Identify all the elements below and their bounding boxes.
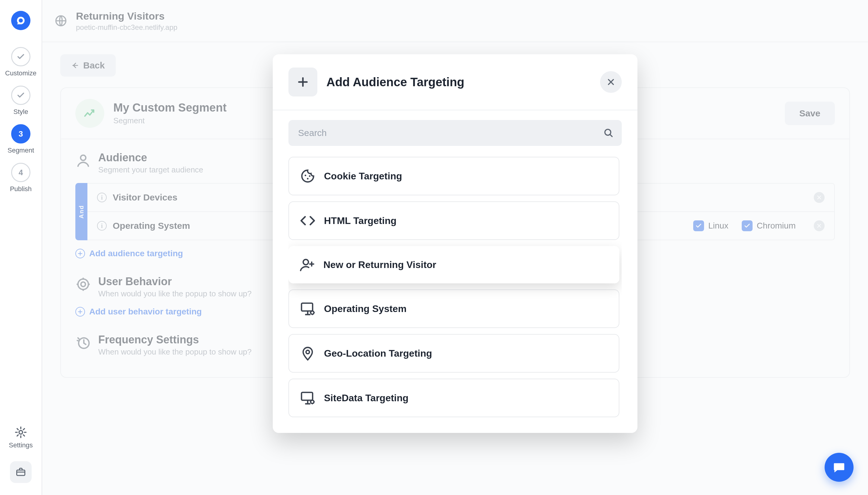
step-label: Style [14, 108, 28, 116]
targeting-option-os[interactable]: Operating System [289, 289, 619, 328]
settings-button[interactable]: Settings [9, 426, 33, 449]
briefcase-icon [15, 467, 26, 478]
modal-search [289, 120, 622, 146]
step-number: 3 [19, 129, 23, 139]
step-label: Publish [10, 185, 32, 193]
plus-icon [297, 76, 309, 88]
settings-label: Settings [9, 441, 33, 449]
targeting-option-html[interactable]: HTML Targeting [289, 201, 619, 240]
pin-icon [300, 345, 315, 361]
targeting-option-geo[interactable]: Geo-Location Targeting [289, 334, 619, 373]
code-icon [300, 213, 315, 228]
targeting-option-cookie[interactable]: Cookie Targeting [289, 157, 619, 195]
desktop-cog-icon [300, 301, 315, 317]
option-label: Cookie Targeting [324, 171, 402, 182]
search-input[interactable] [289, 120, 622, 146]
chat-widget-button[interactable] [824, 453, 853, 482]
desktop-cog-icon [300, 390, 315, 406]
step-label: Segment [7, 147, 34, 154]
search-icon [603, 127, 614, 138]
modal-title: Add Audience Targeting [326, 75, 465, 89]
modal-header-icon [289, 68, 317, 97]
chat-icon [832, 460, 846, 474]
user-plus-icon [299, 257, 315, 273]
step-style[interactable]: Style [11, 86, 31, 116]
option-label: Geo-Location Targeting [324, 348, 432, 359]
step-customize[interactable]: Customize [11, 47, 31, 77]
modal-overlay[interactable]: Add Audience Targeting Cookie Targeting [42, 0, 868, 495]
close-icon [607, 78, 615, 86]
check-icon [17, 52, 25, 61]
targeting-option-new-returning[interactable]: New or Returning Visitor [289, 246, 619, 284]
cookie-icon [300, 168, 315, 184]
step-label: Customize [5, 69, 36, 77]
step-publish[interactable]: 4 Publish [11, 163, 31, 193]
app-logo[interactable] [11, 11, 31, 30]
option-label: New or Returning Visitor [324, 259, 436, 270]
modal-header: Add Audience Targeting [273, 54, 638, 110]
option-label: Operating System [324, 303, 406, 314]
check-icon [17, 91, 25, 100]
step-segment[interactable]: 3 Segment [11, 124, 31, 154]
sidebar: Customize Style 3 Segment 4 Publish Sett… [0, 0, 42, 495]
gear-icon [14, 426, 28, 439]
targeting-option-sitedata[interactable]: SiteData Targeting [289, 379, 619, 417]
option-label: SiteData Targeting [324, 393, 409, 404]
close-modal-button[interactable] [600, 71, 622, 93]
add-audience-targeting-modal: Add Audience Targeting Cookie Targeting [273, 54, 638, 433]
workspace-button[interactable] [10, 461, 32, 483]
option-label: HTML Targeting [324, 215, 397, 226]
step-number: 4 [19, 168, 23, 177]
targeting-option-list[interactable]: Cookie Targeting HTML Targeting New or R… [289, 157, 622, 417]
